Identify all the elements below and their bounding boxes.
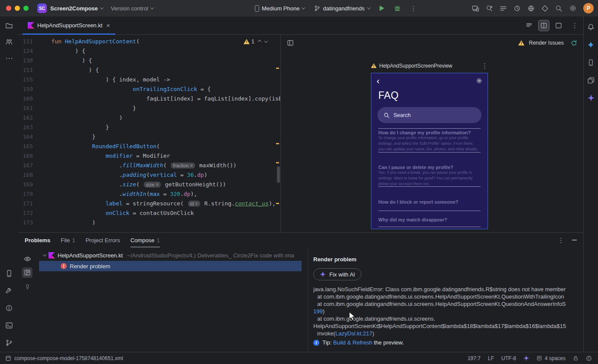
code-line[interactable]: 164} <box>18 132 280 142</box>
ai-status-star-icon[interactable] <box>523 355 529 361</box>
build-variants-icon[interactable] <box>587 77 595 84</box>
task-list-icon[interactable] <box>500 5 507 12</box>
problems-tab-compose[interactable]: Compose1 <box>130 233 160 247</box>
code-line[interactable]: 124) { <box>18 46 280 56</box>
running-devices-icon[interactable] <box>5 270 13 277</box>
code-line[interactable]: 167.fillMaxWidth( fraction = maxWidth()) <box>18 161 280 170</box>
more-tool-windows-icon[interactable]: ⋯ <box>6 55 13 62</box>
line-number: 164 <box>18 132 33 142</box>
error-stripe-mark[interactable] <box>276 68 279 69</box>
version-control-tool-icon[interactable] <box>5 339 13 347</box>
inspections-widget[interactable]: 1 <box>242 38 269 46</box>
panel-options-kebab[interactable]: ⋮ <box>558 237 564 244</box>
line-separator-widget[interactable]: LF <box>488 355 494 361</box>
split-view-toggle[interactable] <box>539 20 549 31</box>
device-selector[interactable]: Medium Phone <box>255 5 305 12</box>
code-line[interactable]: 130) { <box>18 56 280 65</box>
code-line[interactable]: 160faqList[index] = faqList[index].copy(… <box>18 94 280 104</box>
minimize-window-button[interactable] <box>15 6 20 11</box>
render-issues-button[interactable]: Render Issues <box>529 40 564 46</box>
faq-answer: Yes. If you need a break, you can pause … <box>378 170 481 187</box>
code-line[interactable]: 171label = stringResource( id = R.string… <box>18 199 280 208</box>
code-view-toggle[interactable] <box>524 20 534 31</box>
line-number: 151 <box>18 65 33 75</box>
code-line[interactable]: 111fun HelpAndSupportContent( <box>18 37 280 46</box>
code-line[interactable]: 159onTrailingIconClick = { <box>18 84 280 94</box>
previous-problem-icon[interactable] <box>258 40 261 43</box>
line-number: 169 <box>18 180 33 189</box>
user-avatar[interactable]: P <box>583 3 594 13</box>
error-stripe-mark[interactable] <box>276 143 279 144</box>
tab-helpandsupportscreen[interactable]: HelpAndSupportScreen.kt × <box>23 16 115 35</box>
run-configuration-selector[interactable]: datingandfriends <box>314 5 370 12</box>
problems-tab-project-errors[interactable]: Project Errors <box>85 233 120 247</box>
code-editor[interactable]: 111fun HelpAndSupportContent(124) {130) … <box>18 35 281 232</box>
stack-link[interactable]: LazyDsl.kt:217 <box>335 330 372 337</box>
build-refresh-icon[interactable] <box>571 40 577 46</box>
code-line[interactable]: 163} <box>18 123 280 132</box>
code-line[interactable]: 170.widthIn(max = 320.dp), <box>18 189 280 199</box>
close-tab-icon[interactable]: × <box>106 22 110 29</box>
code-line[interactable]: 173) <box>18 218 280 228</box>
device-mirroring-icon[interactable] <box>472 5 479 12</box>
build-tool-icon[interactable] <box>5 287 13 295</box>
terminal-tool-icon[interactable] <box>5 322 13 329</box>
code-line[interactable]: 161} <box>18 104 280 113</box>
caret-position-widget[interactable]: 197:7 <box>468 355 481 361</box>
gemini-icon[interactable] <box>587 41 595 49</box>
quickfix-bulb-icon[interactable] <box>22 281 32 292</box>
indent-widget[interactable]: 4 spaces <box>536 355 566 361</box>
run-button[interactable] <box>380 6 384 11</box>
render-problem-row[interactable]: ! Render problem <box>39 261 302 271</box>
settings-gear-icon[interactable] <box>569 4 577 12</box>
ai-search-icon[interactable] <box>486 5 493 12</box>
search-everywhere-icon[interactable] <box>555 5 562 12</box>
services-icon[interactable] <box>527 5 535 12</box>
code-line[interactable]: 162) <box>18 113 280 123</box>
more-actions-kebab[interactable]: ⋮ <box>410 5 417 12</box>
code-line[interactable]: 172onClick = contactUsOnClick <box>18 208 280 218</box>
debug-button[interactable] <box>394 5 401 12</box>
project-selector[interactable]: Screen2Compose <box>50 5 103 12</box>
ai-star-icon[interactable] <box>588 94 595 101</box>
preview-card-kebab[interactable]: ⋮ <box>481 62 488 69</box>
resource-manager-icon[interactable] <box>541 5 549 12</box>
vcs-widget[interactable]: Version control <box>111 5 153 12</box>
problems-tabs: File1Project ErrorsCompose1 <box>61 233 160 247</box>
error-stripe-mark[interactable] <box>276 162 279 163</box>
error-stripe-mark[interactable] <box>276 203 279 204</box>
problems-tab-file[interactable]: File1 <box>61 233 75 247</box>
preview-eye-icon[interactable] <box>22 254 32 264</box>
hide-panel-icon[interactable] <box>572 240 577 240</box>
problems-tool-icon[interactable] <box>5 304 13 312</box>
next-problem-icon[interactable] <box>264 39 268 42</box>
stack-link[interactable]: 199 <box>313 308 323 315</box>
profiler-icon[interactable] <box>514 5 521 12</box>
problems-panel-title[interactable]: Problems <box>25 237 50 244</box>
lock-icon[interactable] <box>573 355 578 361</box>
preview-layout-icon[interactable] <box>287 39 294 46</box>
notifications-bell-icon[interactable] <box>587 23 595 31</box>
design-view-toggle[interactable] <box>553 20 564 31</box>
structure-tool-icon[interactable] <box>5 38 13 46</box>
zoom-window-button[interactable] <box>23 6 29 11</box>
build-refresh-link[interactable]: Build & Refresh <box>333 339 372 346</box>
problems-file-row[interactable]: HelpAndSupportScreen.kt ~/AndroidStudioP… <box>36 250 308 260</box>
device-manager-icon[interactable] <box>587 59 595 66</box>
file-tab-icon <box>5 355 11 361</box>
editor-options-kebab[interactable]: ⋮ <box>572 22 578 29</box>
editor-scrollbar[interactable] <box>277 166 280 183</box>
encoding-widget[interactable]: UTF-8 <box>501 355 516 361</box>
close-window-button[interactable] <box>6 6 11 11</box>
code-line[interactable]: 166modifier = Modifier <box>18 151 280 161</box>
tree-expand-chevron[interactable] <box>43 253 46 256</box>
info-circle-icon[interactable] <box>586 355 592 361</box>
code-line[interactable]: 168.padding(vertical = 36.dp) <box>18 170 280 180</box>
code-line[interactable]: 165RoundedFilledButton( <box>18 142 280 151</box>
project-tool-icon[interactable] <box>5 22 13 29</box>
fix-with-ai-button[interactable]: Fix with AI <box>313 268 361 280</box>
code-line[interactable]: 151) { <box>18 65 280 75</box>
code-line[interactable]: 169.size( size = getButtonHeight()) <box>18 180 280 189</box>
code-line[interactable]: 155) { index, model -> <box>18 75 280 84</box>
details-view-icon[interactable] <box>22 267 32 278</box>
